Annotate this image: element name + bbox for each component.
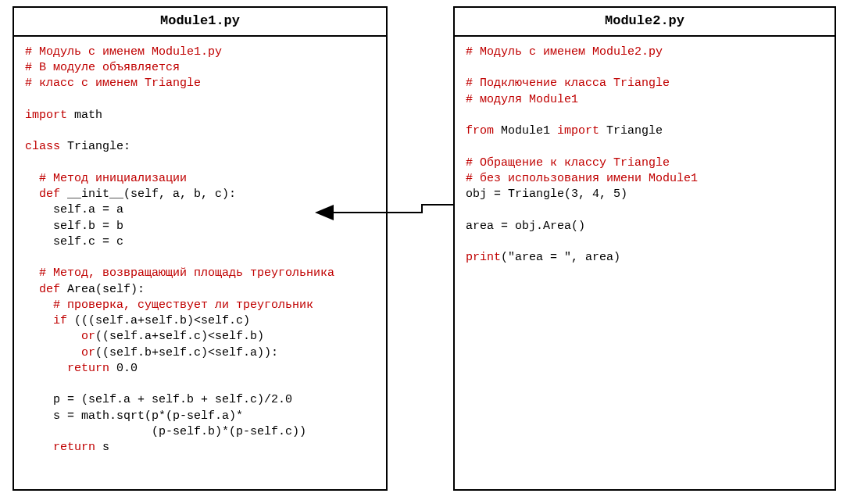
code-text: (p-self.b)*(p-self.c)) bbox=[25, 425, 306, 438]
code-text: 0.0 bbox=[109, 362, 138, 375]
keyword-print: print bbox=[466, 251, 501, 264]
keyword-or: or bbox=[25, 330, 95, 343]
keyword-return: return bbox=[25, 362, 109, 375]
code-text: s = math.sqrt(p*(p-self.a)* bbox=[25, 409, 243, 423]
keyword-or: or bbox=[25, 346, 95, 359]
code-comment: # модуля Module1 bbox=[466, 93, 578, 106]
code-text: math bbox=[67, 109, 102, 122]
code-comment: # Модуль с именем Module2.py bbox=[466, 45, 663, 59]
code-comment: # Метод, возвращающий площадь треугольни… bbox=[25, 266, 334, 280]
module2-box: Module2.py # Модуль с именем Module2.py … bbox=[453, 6, 836, 491]
code-text: self.b = b bbox=[25, 220, 123, 233]
code-text: Triangle bbox=[599, 124, 663, 138]
module2-code: # Модуль с именем Module2.py # Подключен… bbox=[455, 37, 834, 274]
keyword-if: if bbox=[25, 314, 67, 327]
module2-title: Module2.py bbox=[455, 8, 834, 37]
keyword-return: return bbox=[25, 441, 95, 454]
code-text: ((self.a+self.c)<self.b) bbox=[95, 330, 264, 343]
code-text: ("area = ", area) bbox=[501, 251, 620, 264]
code-text: __init__(self, a, b, c): bbox=[60, 188, 236, 201]
diagram-canvas: Module1.py # Модуль с именем Module1.py … bbox=[0, 0, 847, 504]
code-text: Area(self): bbox=[60, 283, 145, 296]
module1-code: # Модуль с именем Module1.py # В модуле … bbox=[14, 37, 386, 464]
keyword-def: def bbox=[25, 283, 60, 296]
code-comment: # проверка, существует ли треугольник bbox=[25, 298, 313, 312]
code-text: obj = Triangle(3, 4, 5) bbox=[466, 188, 627, 201]
code-comment: # Обращение к классу Triangle bbox=[466, 156, 670, 170]
keyword-from: from bbox=[466, 124, 494, 138]
code-comment: # Подключение класса Triangle bbox=[466, 77, 670, 90]
code-text: self.a = a bbox=[25, 203, 123, 216]
keyword-def: def bbox=[25, 188, 60, 201]
code-text: ((self.b+self.c)<self.a)): bbox=[95, 346, 278, 359]
module1-title: Module1.py bbox=[14, 8, 386, 37]
code-text: Triangle: bbox=[60, 140, 130, 153]
code-comment: # без использования имени Module1 bbox=[466, 172, 698, 185]
code-text: s bbox=[95, 441, 109, 454]
keyword-class: class bbox=[25, 140, 60, 153]
code-comment: # класс с именем Triangle bbox=[25, 77, 201, 90]
code-text: (((self.a+self.b)<self.c) bbox=[67, 314, 250, 327]
code-text: self.c = c bbox=[25, 235, 123, 248]
code-text: p = (self.a + self.b + self.c)/2.0 bbox=[25, 393, 292, 406]
keyword-import: import bbox=[25, 109, 67, 122]
code-text: area = obj.Area() bbox=[466, 220, 585, 233]
code-text: Module1 bbox=[494, 124, 557, 138]
code-comment: # В модуле объявляется bbox=[25, 61, 180, 74]
code-comment: # Метод инициализации bbox=[25, 172, 187, 185]
module1-box: Module1.py # Модуль с именем Module1.py … bbox=[13, 6, 388, 491]
code-comment: # Модуль с именем Module1.py bbox=[25, 45, 222, 59]
keyword-import: import bbox=[557, 124, 599, 138]
